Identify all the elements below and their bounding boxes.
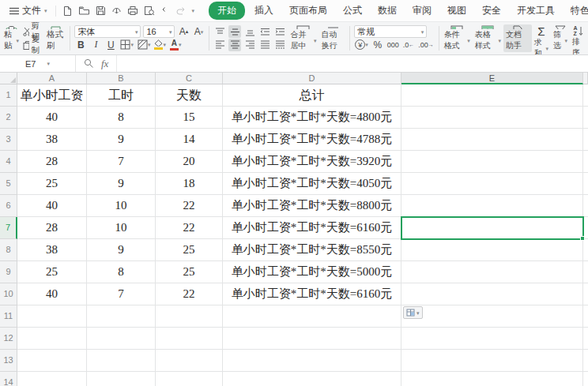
cell-B3[interactable]: 9 — [87, 129, 156, 151]
row-header-2[interactable]: 2 — [0, 107, 17, 129]
increase-font-button[interactable]: A▴ — [177, 25, 190, 38]
column-header-partial[interactable] — [583, 73, 588, 84]
cell-D3[interactable]: 单小时工资*工时*天数=4788元 — [223, 129, 401, 151]
cell-C6[interactable]: 22 — [156, 195, 223, 217]
cell-A7[interactable]: 28 — [17, 217, 87, 239]
table-style-button[interactable]: 表格样式▾ — [473, 24, 503, 52]
row-header-12[interactable]: 12 — [0, 328, 17, 350]
cell-D11[interactable] — [223, 305, 401, 328]
row-header-5[interactable]: 5 — [0, 173, 17, 195]
cell-C10[interactable]: 22 — [156, 283, 223, 305]
cell-D1[interactable]: 总计 — [223, 84, 401, 107]
menu-tab-审阅[interactable]: 审阅 — [406, 2, 438, 19]
cell-D8[interactable]: 单小时工资*工时*天数=8550元 — [223, 239, 401, 261]
cell-D4[interactable]: 单小时工资*工时*天数=3920元 — [223, 151, 401, 173]
cell-shading-button[interactable]: ▾ — [137, 39, 152, 51]
cell-C5[interactable]: 18 — [156, 173, 223, 195]
cell-B1[interactable]: 工时 — [87, 84, 156, 107]
align-left-button[interactable] — [213, 39, 226, 51]
menu-tab-开发工具[interactable]: 开发工具 — [511, 2, 561, 19]
row-header-1[interactable]: 1 — [0, 84, 17, 107]
cell-D13[interactable] — [223, 350, 401, 372]
number-format-select[interactable]: 常规▾ — [354, 25, 427, 38]
increase-decimal-button[interactable]: .0← — [402, 39, 416, 51]
menu-tab-数据[interactable]: 数据 — [371, 2, 403, 19]
font-name-select[interactable]: 宋体▾ — [74, 25, 141, 38]
distributed-button[interactable] — [273, 39, 286, 51]
formula-input[interactable] — [117, 55, 588, 72]
align-bottom-button[interactable] — [243, 25, 256, 38]
row-header-11[interactable]: 11 — [0, 305, 17, 328]
output-icon[interactable] — [111, 6, 122, 16]
cell-A2[interactable]: 40 — [17, 107, 87, 129]
cell-C4[interactable]: 20 — [156, 151, 223, 173]
cell-E10[interactable] — [401, 283, 583, 305]
cell-B2[interactable]: 8 — [87, 107, 156, 129]
magnifier-icon[interactable] — [84, 58, 94, 69]
column-header-C[interactable]: C — [156, 73, 223, 84]
column-header-B[interactable]: B — [87, 73, 156, 84]
menu-tab-公式[interactable]: 公式 — [337, 2, 368, 19]
row-header-10[interactable]: 10 — [0, 283, 17, 305]
name-box[interactable]: E7 ▾ — [0, 55, 76, 72]
cell-C1[interactable]: 天数 — [156, 84, 223, 107]
cell-E9[interactable] — [401, 261, 583, 283]
cell-C13[interactable] — [156, 350, 223, 372]
cell-B9[interactable]: 8 — [87, 261, 156, 283]
cell-C2[interactable]: 15 — [156, 107, 223, 129]
sort-button[interactable]: AZ 排序 — [570, 24, 586, 52]
cell-C9[interactable]: 25 — [156, 261, 223, 283]
cell-B12[interactable] — [87, 328, 156, 350]
paste-options-button[interactable]: ▾ — [403, 306, 423, 319]
format-painter-button[interactable]: 格式刷 — [44, 24, 67, 52]
thousands-separator-button[interactable]: 000 — [386, 39, 400, 51]
cell-E6[interactable] — [401, 195, 583, 217]
cell-E11[interactable] — [401, 305, 583, 328]
undo-icon[interactable] — [160, 6, 171, 16]
open-folder-icon[interactable] — [78, 6, 90, 16]
row-header-4[interactable]: 4 — [0, 151, 17, 173]
cell-A13[interactable] — [17, 350, 87, 372]
print-icon[interactable] — [127, 6, 138, 16]
menu-tab-安全[interactable]: 安全 — [476, 2, 507, 19]
row-header-6[interactable]: 6 — [0, 195, 17, 217]
menu-tab-插入[interactable]: 插入 — [248, 2, 280, 19]
column-header-A[interactable]: A — [17, 73, 87, 84]
cell-A9[interactable]: 25 — [17, 261, 87, 283]
decrease-indent-button[interactable] — [258, 25, 271, 38]
cell-B4[interactable]: 7 — [87, 151, 156, 173]
cell-A5[interactable]: 25 — [17, 173, 87, 195]
file-menu-button[interactable]: 文件 ▾ — [5, 4, 52, 17]
cell-D14[interactable] — [223, 372, 401, 386]
cell-D7[interactable]: 单小时工资*工时*天数=6160元 — [223, 217, 401, 239]
cell-D10[interactable]: 单小时工资*工时*天数=6160元 — [223, 283, 401, 305]
cell-A14[interactable] — [17, 372, 87, 386]
increase-indent-button[interactable] — [273, 25, 286, 38]
merge-center-button[interactable]: 合并居中▾ — [288, 24, 318, 52]
cell-E14[interactable] — [401, 372, 583, 386]
cell-E13[interactable] — [401, 350, 583, 372]
italic-button[interactable]: I — [89, 39, 102, 51]
decrease-decimal-button[interactable]: .00→ — [417, 39, 435, 51]
cell-A8[interactable]: 38 — [17, 239, 87, 261]
cell-C3[interactable]: 14 — [156, 129, 223, 151]
cell-E5[interactable] — [401, 173, 583, 195]
cell-B6[interactable]: 10 — [87, 195, 156, 217]
cell-C8[interactable]: 25 — [156, 239, 223, 261]
cell-E12[interactable] — [401, 328, 583, 350]
cell-D5[interactable]: 单小时工资*工时*天数=4050元 — [223, 173, 401, 195]
cell-A3[interactable]: 38 — [17, 129, 87, 151]
menu-tab-开始[interactable]: 开始 — [209, 2, 245, 20]
row-header-9[interactable]: 9 — [0, 261, 17, 283]
align-right-button[interactable] — [243, 39, 256, 51]
justify-button[interactable] — [258, 39, 271, 51]
cell-A10[interactable]: 40 — [17, 283, 87, 305]
cell-B5[interactable]: 9 — [87, 173, 156, 195]
cell-E4[interactable] — [401, 151, 583, 173]
cell-C7[interactable]: 22 — [156, 217, 223, 239]
align-top-button[interactable] — [213, 25, 226, 38]
wrap-text-button[interactable]: 自动换行 — [318, 24, 347, 52]
percent-format-button[interactable]: % — [371, 39, 384, 51]
cell-A11[interactable] — [17, 305, 87, 328]
borders-button[interactable]: ▾ — [119, 39, 134, 51]
